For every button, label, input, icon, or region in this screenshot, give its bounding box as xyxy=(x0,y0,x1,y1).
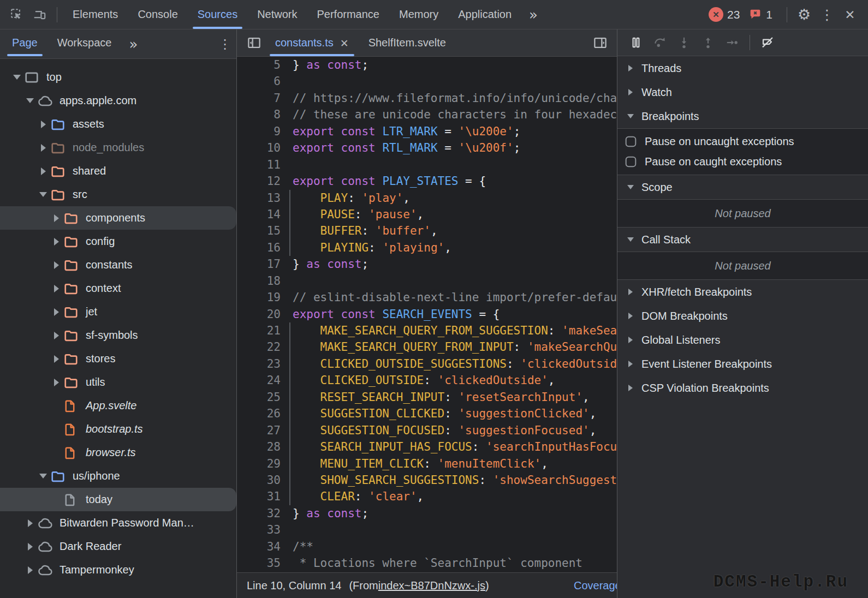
navigator-tab-page[interactable]: Page xyxy=(2,29,47,56)
section-csp-violation-breakpoints[interactable]: CSP Violation Breakpoints xyxy=(617,376,868,400)
tree-item-today[interactable]: today xyxy=(0,488,236,511)
tree-item-app-svelte[interactable]: App.svelte xyxy=(0,394,236,417)
chevron-right-icon[interactable] xyxy=(49,332,63,339)
device-toolbar-icon[interactable] xyxy=(28,4,51,26)
show-debugger-panel-icon[interactable] xyxy=(588,32,611,54)
coverage-link[interactable]: Coverage xyxy=(574,579,617,592)
tab-console[interactable]: Console xyxy=(128,0,187,29)
chevron-right-icon[interactable] xyxy=(49,308,63,316)
step-over-icon[interactable] xyxy=(648,32,672,53)
checkbox-pause-on-caught-exceptions[interactable]: Pause on caught exceptions xyxy=(617,152,868,172)
section-watch[interactable]: Watch xyxy=(617,80,868,104)
line-number[interactable]: 21 xyxy=(237,322,281,339)
line-number[interactable]: 25 xyxy=(237,389,281,405)
tree-item-top[interactable]: top xyxy=(0,65,236,89)
chevron-right-icon[interactable] xyxy=(36,121,50,128)
section-threads[interactable]: Threads xyxy=(617,56,868,80)
section-breakpoints[interactable]: Breakpoints xyxy=(617,104,868,128)
navigator-tab-workspace[interactable]: Workspace xyxy=(47,29,122,56)
tree-item-dark-reader[interactable]: Dark Reader xyxy=(0,535,236,558)
chevron-down-icon[interactable] xyxy=(36,192,50,197)
line-number[interactable]: 28 xyxy=(237,439,281,455)
tab-performance[interactable]: Performance xyxy=(307,0,390,29)
editor-tab-constants-ts[interactable]: constants.ts✕ xyxy=(265,29,359,56)
line-number[interactable]: 5 xyxy=(237,57,281,73)
chevron-right-icon[interactable] xyxy=(36,168,50,175)
tree-item-tampermonkey[interactable]: Tampermonkey xyxy=(0,558,236,582)
settings-gear-icon[interactable]: ⚙ xyxy=(793,4,816,26)
tab-sources[interactable]: Sources xyxy=(188,0,247,29)
line-number[interactable]: 11 xyxy=(237,157,281,173)
tree-item-sf-symbols[interactable]: sf-symbols xyxy=(0,324,236,347)
checkbox-pause-on-uncaught-exceptions[interactable]: Pause on uncaught exceptions xyxy=(617,131,868,152)
close-devtools-icon[interactable]: ✕ xyxy=(839,4,861,26)
line-number[interactable]: 27 xyxy=(237,422,281,439)
console-error-badge[interactable]: ✕ 23 xyxy=(709,7,740,22)
tree-item-bitwarden-password-man[interactable]: Bitwarden Password Man… xyxy=(0,511,236,535)
chevron-right-icon[interactable] xyxy=(49,238,63,246)
sourcemap-file-link[interactable]: index~B87DnNzwx-.js xyxy=(378,579,485,592)
kebab-menu-icon[interactable]: ⋮ xyxy=(816,4,839,26)
tree-item-us-iphone[interactable]: us/iphone xyxy=(0,464,236,488)
section-dom-breakpoints[interactable]: DOM Breakpoints xyxy=(617,304,868,328)
code-area[interactable]: 5} as const;67// https://www.fileformat.… xyxy=(237,57,617,572)
tree-item-assets[interactable]: assets xyxy=(0,112,236,136)
line-number[interactable]: 13 xyxy=(237,190,281,206)
line-number[interactable]: 16 xyxy=(237,240,281,256)
line-number[interactable]: 33 xyxy=(237,522,281,538)
line-number[interactable]: 12 xyxy=(237,173,281,189)
line-number[interactable]: 20 xyxy=(237,306,281,322)
chevron-down-icon[interactable] xyxy=(36,474,50,479)
section-scope[interactable]: Scope xyxy=(617,175,868,199)
chevron-right-icon[interactable] xyxy=(36,144,50,152)
chevron-down-icon[interactable] xyxy=(10,75,24,80)
step-out-icon[interactable] xyxy=(696,32,720,53)
tree-item-browser-ts[interactable]: browser.ts xyxy=(0,441,236,464)
section-call-stack[interactable]: Call Stack xyxy=(617,228,868,252)
tab-application[interactable]: Application xyxy=(448,0,521,29)
chevron-right-icon[interactable] xyxy=(49,214,63,222)
line-number[interactable]: 35 xyxy=(237,555,281,571)
tree-item-shared[interactable]: shared xyxy=(0,159,236,183)
tree-item-context[interactable]: context xyxy=(0,277,236,300)
step-into-icon[interactable] xyxy=(672,32,696,53)
checkbox-icon[interactable] xyxy=(625,156,637,168)
pause-script-icon[interactable] xyxy=(624,32,648,53)
tab-network[interactable]: Network xyxy=(247,0,307,29)
more-navigator-tabs-icon[interactable]: » xyxy=(121,37,145,51)
step-icon[interactable] xyxy=(720,32,744,53)
line-number[interactable]: 17 xyxy=(237,256,281,272)
checkbox-icon[interactable] xyxy=(625,135,637,148)
line-number[interactable]: 8 xyxy=(237,106,281,123)
section-global-listeners[interactable]: Global Listeners xyxy=(617,328,868,352)
line-number[interactable]: 14 xyxy=(237,206,281,223)
editor-tab-shelfitem-svelte[interactable]: ShelfItem.svelte xyxy=(359,29,456,56)
line-number[interactable]: 15 xyxy=(237,223,281,239)
line-number[interactable]: 7 xyxy=(237,90,281,106)
line-number[interactable]: 31 xyxy=(237,488,281,505)
inspect-element-icon[interactable] xyxy=(5,4,28,26)
close-tab-icon[interactable]: ✕ xyxy=(340,37,349,49)
line-number[interactable]: 18 xyxy=(237,273,281,289)
issues-badge[interactable]: 1 xyxy=(748,8,772,21)
line-number[interactable]: 10 xyxy=(237,140,281,156)
section-event-listener-breakpoints[interactable]: Event Listener Breakpoints xyxy=(617,352,868,376)
more-tabs-icon[interactable]: » xyxy=(521,8,545,22)
hide-navigator-icon[interactable] xyxy=(242,32,265,54)
chevron-right-icon[interactable] xyxy=(23,566,37,574)
chevron-right-icon[interactable] xyxy=(49,261,63,269)
chevron-right-icon[interactable] xyxy=(49,285,63,292)
chevron-right-icon[interactable] xyxy=(49,379,63,386)
tab-memory[interactable]: Memory xyxy=(389,0,448,29)
tree-item-src[interactable]: src xyxy=(0,183,236,206)
line-number[interactable]: 19 xyxy=(237,289,281,306)
tree-item-stores[interactable]: stores xyxy=(0,347,236,370)
chevron-right-icon[interactable] xyxy=(23,519,37,527)
tree-item-node-modules[interactable]: node_modules xyxy=(0,136,236,159)
line-number[interactable]: 34 xyxy=(237,539,281,555)
line-number[interactable]: 22 xyxy=(237,339,281,355)
line-number[interactable]: 9 xyxy=(237,123,281,140)
chevron-down-icon[interactable] xyxy=(23,98,37,103)
line-number[interactable]: 30 xyxy=(237,472,281,488)
tree-item-config[interactable]: config xyxy=(0,230,236,253)
